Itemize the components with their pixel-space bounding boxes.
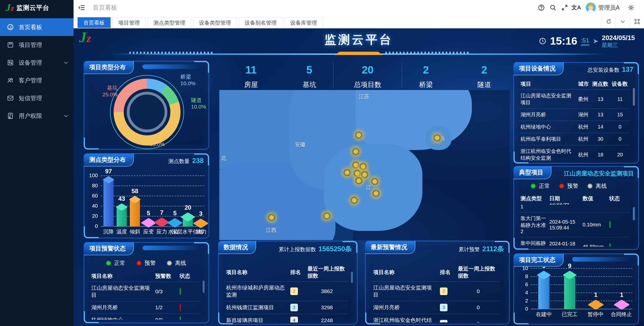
table-row: 湖州月亮桥湖州1315 — [519, 109, 630, 121]
panel-title: 项目设备情况 — [513, 62, 564, 75]
map-marker[interactable] — [361, 171, 368, 178]
map-marker[interactable] — [433, 134, 441, 142]
china-region-map[interactable]: 江苏 安徽 北 江西 江 海 — [219, 90, 510, 240]
scrollbar-thumb[interactable] — [633, 207, 635, 220]
status-dot-green — [531, 184, 536, 189]
table-row: 杭州临平泰利项目杭州300 — [519, 133, 630, 145]
scrollbar-thumb[interactable] — [203, 281, 205, 293]
bar-terminated: 1 — [616, 291, 628, 311]
map-marker[interactable] — [355, 131, 363, 139]
chevron-down-icon — [64, 60, 68, 64]
sidebar-item-label: 用户权限 — [19, 112, 42, 120]
map-label-hubei: 北 — [221, 155, 226, 162]
translate-icon[interactable]: 文A — [570, 2, 582, 13]
sidebar-item-dashboard[interactable]: 首页看板 — [0, 18, 74, 36]
bar-yingbian: 5 — [143, 210, 154, 228]
map-province-zhejiang — [324, 144, 422, 231]
project-type-donut-chart — [112, 77, 183, 148]
tab-dashboard[interactable]: 首页看板 — [78, 17, 111, 28]
stat-tunnels: 2隧道 — [459, 64, 510, 89]
status-dot-red — [559, 184, 564, 189]
device-status-table: 项目城市测点数设备数 江山房屋动态安全监测项目衢州1311 湖州月亮桥湖州131… — [519, 78, 630, 161]
panel-point-type: 测点类型分布 测点数量238 100 80 60 40 20 0 97 43 5… — [84, 153, 209, 238]
table-row: 杭州绿地中心杭州140 — [519, 121, 630, 133]
chevron-down-icon[interactable] — [616, 15, 630, 28]
table-row: 浙江杭州临安金色时代结构安全监测杭州1820 — [519, 145, 630, 161]
map-label-anhui: 安徽 — [295, 141, 306, 148]
point-count: 测点数量238 — [168, 157, 204, 165]
panel-title-swoosh — [142, 64, 201, 69]
panel-title: 数据情况 — [218, 241, 256, 254]
weekday: 星期三 — [602, 42, 635, 48]
sidebar-item-projects[interactable]: 项目管理 — [0, 36, 74, 54]
panel-data-status: 数据情况 累计上报数据数1565250条 项目名称排名最近一周上报数据数 杭州市… — [218, 241, 357, 324]
panel-title: 测点类型分布 — [84, 153, 134, 167]
people-icon — [7, 77, 14, 84]
latest-warn-table: 项目名称排名最近一周上报数据数 江山房屋动态安全监测项目20 湖州月亮桥30 浙… — [372, 263, 500, 322]
status-legend: 正常 预警 离线 — [106, 259, 186, 267]
map-marker[interactable] — [359, 163, 367, 170]
table-row: 江山房屋动态安全监测项目0/3 — [90, 282, 200, 301]
tab-device-alias[interactable]: 设备别名管理 — [239, 17, 282, 28]
map-label-zhejiang: 江 — [366, 184, 371, 191]
map-marker[interactable] — [352, 148, 360, 155]
tab-projects[interactable]: 项目管理 — [113, 17, 146, 28]
maximize-icon[interactable] — [630, 15, 644, 28]
sidebar-item-permissions[interactable]: 用户权限 — [0, 107, 74, 125]
bar-yingli: 7 — [156, 209, 167, 228]
help-icon[interactable] — [535, 2, 547, 13]
map-marker[interactable] — [323, 212, 331, 220]
panel-title-swoosh — [142, 246, 201, 250]
sidebar-collapse-icon[interactable] — [78, 3, 86, 12]
table-row: 靠大门第一栋静力水准12024-05-15 15:09:44 — [519, 203, 630, 212]
bar-paused: 1 — [590, 291, 602, 311]
map-marker[interactable] — [352, 161, 360, 169]
status-dot — [609, 203, 611, 203]
status-dot-gray — [587, 184, 593, 189]
donut-label-tunnel: 隧道10.0% — [191, 97, 206, 110]
clock-icon — [539, 37, 546, 45]
typical-project-name[interactable]: 江山房屋动态安全监测项目 — [564, 170, 634, 177]
tab-device-types[interactable]: 设备类型管理 — [193, 17, 237, 28]
status-dot — [609, 243, 611, 247]
map-marker[interactable] — [343, 169, 351, 176]
sidebar-item-devices[interactable]: 设备管理 — [0, 54, 74, 71]
mail-icon — [7, 94, 14, 102]
scrollbar-thumb[interactable] — [351, 272, 353, 283]
fullscreen-icon[interactable] — [559, 2, 570, 13]
bar-inprogress: 9 — [538, 262, 549, 309]
map-marker[interactable] — [355, 177, 363, 185]
bar-shuiwei: 5 — [169, 210, 181, 228]
bar-chenjiang: 97 — [103, 168, 114, 227]
avatar[interactable] — [586, 3, 596, 13]
tab-tools — [601, 15, 644, 28]
tab-point-types[interactable]: 测点类型管理 — [148, 17, 191, 28]
table-row: 新昌玻璃房项目42248 — [225, 314, 348, 323]
panel-project-warn: 项目预警状态 正常 预警 离线 项目名称预警数状态 江山房屋动态安全监测项目0/… — [84, 242, 209, 323]
time-seconds: :51 — [581, 37, 589, 45]
sidebar-item-customers[interactable]: 客户管理 — [0, 71, 74, 89]
search-icon[interactable] — [547, 2, 559, 13]
map-label-jiangxi: 江西 — [266, 227, 276, 234]
table-row: 杭州钱塘江监测项目33298 — [225, 301, 348, 314]
status-legend: 正常 预警 离线 — [531, 182, 607, 190]
map-marker[interactable] — [371, 178, 379, 185]
bar-wendu: 43 — [117, 195, 127, 227]
stats-row: 11房屋 5基坑 20总项目数 2桥梁 2隧道 — [226, 64, 510, 89]
table-row: 江山房屋动态安全监测项目20 — [372, 282, 500, 301]
map-marker[interactable] — [353, 170, 361, 177]
panel-project-type: 项目类型分布 基坑25.0% 桥梁10.0% 隧道10.0% 房屋55.0% — [84, 61, 209, 150]
refresh-icon[interactable] — [601, 15, 616, 28]
status-dot — [180, 288, 181, 295]
project-warn-table: 项目名称预警数状态 江山房屋动态安全监测项目0/3 湖州月亮桥1/2 杭州绿地中… — [90, 270, 200, 320]
app-logo: Jz 监测云平台 — [0, 0, 74, 15]
table-row: 江山房屋动态安全监测项目衢州1311 — [519, 90, 630, 109]
stat-houses: 11房屋 — [226, 64, 276, 89]
tab-device-library[interactable]: 设备库管理 — [284, 17, 323, 28]
data-total: 累计上报数据数1565250条 — [279, 244, 352, 253]
gauge-icon — [7, 23, 14, 31]
gear-icon[interactable] — [625, 2, 637, 13]
scrollbar-thumb[interactable] — [633, 88, 635, 106]
panel-title: 项目完工状态 — [513, 253, 564, 267]
sidebar-item-sms[interactable]: 短信管理 — [0, 89, 74, 107]
